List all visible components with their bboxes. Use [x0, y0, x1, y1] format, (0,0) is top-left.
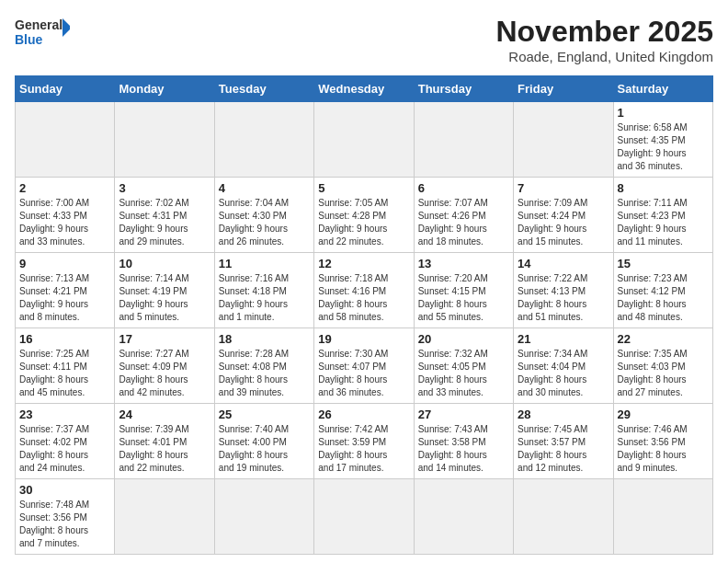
- calendar-cell: [115, 102, 214, 178]
- day-number: 22: [618, 332, 709, 346]
- day-number: 15: [618, 257, 709, 270]
- day-number: 11: [219, 257, 310, 270]
- sun-info: Sunrise: 7:02 AM Sunset: 4:31 PM Dayligh…: [119, 197, 210, 248]
- calendar-cell: 13Sunrise: 7:20 AM Sunset: 4:15 PM Dayli…: [414, 253, 513, 328]
- sun-info: Sunrise: 7:42 AM Sunset: 3:59 PM Dayligh…: [318, 423, 409, 475]
- calendar-cell: 23Sunrise: 7:37 AM Sunset: 4:02 PM Dayli…: [16, 404, 115, 479]
- day-number: 14: [518, 257, 609, 270]
- day-number: 12: [318, 257, 409, 270]
- calendar-cell: [414, 479, 513, 555]
- sun-info: Sunrise: 7:32 AM Sunset: 4:05 PM Dayligh…: [418, 348, 509, 399]
- calendar-cell: 4Sunrise: 7:04 AM Sunset: 4:30 PM Daylig…: [214, 178, 313, 253]
- week-row-4: 16Sunrise: 7:25 AM Sunset: 4:11 PM Dayli…: [16, 328, 713, 404]
- sun-info: Sunrise: 7:48 AM Sunset: 3:56 PM Dayligh…: [19, 499, 110, 550]
- calendar-title: November 2025: [495, 15, 713, 49]
- calendar-cell: [115, 479, 214, 555]
- calendar-cell: 10Sunrise: 7:14 AM Sunset: 4:19 PM Dayli…: [115, 253, 214, 328]
- header-thursday: Thursday: [414, 76, 513, 102]
- day-number: 18: [219, 332, 310, 346]
- header-wednesday: Wednesday: [314, 76, 414, 102]
- day-number: 30: [19, 483, 110, 497]
- sun-info: Sunrise: 7:18 AM Sunset: 4:16 PM Dayligh…: [318, 272, 409, 324]
- calendar-cell: 20Sunrise: 7:32 AM Sunset: 4:05 PM Dayli…: [414, 328, 513, 404]
- sun-info: Sunrise: 7:14 AM Sunset: 4:19 PM Dayligh…: [119, 272, 210, 324]
- day-number: 29: [618, 408, 709, 421]
- calendar-cell: 11Sunrise: 7:16 AM Sunset: 4:18 PM Dayli…: [214, 253, 313, 328]
- calendar-cell: 26Sunrise: 7:42 AM Sunset: 3:59 PM Dayli…: [314, 404, 414, 479]
- calendar-cell: [214, 102, 313, 178]
- day-number: 10: [119, 257, 210, 270]
- calendar-cell: 30Sunrise: 7:48 AM Sunset: 3:56 PM Dayli…: [16, 479, 115, 555]
- calendar-cell: [414, 102, 513, 178]
- sun-info: Sunrise: 7:30 AM Sunset: 4:07 PM Dayligh…: [318, 348, 409, 399]
- day-number: 25: [219, 408, 310, 421]
- day-number: 2: [19, 181, 110, 195]
- day-number: 16: [19, 332, 110, 346]
- calendar-cell: 5Sunrise: 7:05 AM Sunset: 4:28 PM Daylig…: [314, 178, 414, 253]
- day-number: 26: [318, 408, 409, 421]
- day-number: 21: [518, 332, 609, 346]
- calendar-cell: 25Sunrise: 7:40 AM Sunset: 4:00 PM Dayli…: [214, 404, 313, 479]
- sun-info: Sunrise: 7:27 AM Sunset: 4:09 PM Dayligh…: [119, 348, 210, 399]
- calendar-cell: 18Sunrise: 7:28 AM Sunset: 4:08 PM Dayli…: [214, 328, 313, 404]
- calendar-cell: 29Sunrise: 7:46 AM Sunset: 3:56 PM Dayli…: [613, 404, 712, 479]
- day-number: 28: [518, 408, 609, 421]
- calendar-cell: [16, 102, 115, 178]
- sun-info: Sunrise: 7:22 AM Sunset: 4:13 PM Dayligh…: [518, 272, 609, 324]
- calendar-cell: 16Sunrise: 7:25 AM Sunset: 4:11 PM Dayli…: [16, 328, 115, 404]
- sun-info: Sunrise: 7:00 AM Sunset: 4:33 PM Dayligh…: [19, 197, 110, 248]
- day-number: 3: [119, 181, 210, 195]
- sun-info: Sunrise: 7:25 AM Sunset: 4:11 PM Dayligh…: [19, 348, 110, 399]
- day-number: 13: [418, 257, 509, 270]
- sun-info: Sunrise: 7:34 AM Sunset: 4:04 PM Dayligh…: [518, 348, 609, 399]
- day-number: 4: [219, 181, 310, 195]
- location-subtitle: Roade, England, United Kingdom: [495, 49, 713, 64]
- day-number: 20: [418, 332, 509, 346]
- week-row-1: 1Sunrise: 6:58 AM Sunset: 4:35 PM Daylig…: [16, 102, 713, 178]
- sun-info: Sunrise: 7:37 AM Sunset: 4:02 PM Dayligh…: [19, 423, 110, 475]
- week-row-3: 9Sunrise: 7:13 AM Sunset: 4:21 PM Daylig…: [16, 253, 713, 328]
- day-number: 7: [518, 181, 609, 195]
- logo-svg: General Blue: [15, 15, 70, 52]
- sun-info: Sunrise: 7:05 AM Sunset: 4:28 PM Dayligh…: [318, 197, 409, 248]
- sun-info: Sunrise: 7:45 AM Sunset: 3:57 PM Dayligh…: [518, 423, 609, 475]
- calendar-cell: [314, 102, 414, 178]
- sun-info: Sunrise: 7:07 AM Sunset: 4:26 PM Dayligh…: [418, 197, 509, 248]
- header-row: Sunday Monday Tuesday Wednesday Thursday…: [16, 76, 713, 102]
- day-number: 27: [418, 408, 509, 421]
- week-row-6: 30Sunrise: 7:48 AM Sunset: 3:56 PM Dayli…: [16, 479, 713, 555]
- svg-marker-2: [63, 18, 70, 37]
- calendar-cell: [314, 479, 414, 555]
- header-sunday: Sunday: [16, 76, 115, 102]
- calendar-table: Sunday Monday Tuesday Wednesday Thursday…: [15, 75, 713, 555]
- calendar-cell: 8Sunrise: 7:11 AM Sunset: 4:23 PM Daylig…: [613, 178, 712, 253]
- calendar-cell: 21Sunrise: 7:34 AM Sunset: 4:04 PM Dayli…: [514, 328, 613, 404]
- sun-info: Sunrise: 7:35 AM Sunset: 4:03 PM Dayligh…: [618, 348, 709, 399]
- calendar-cell: 24Sunrise: 7:39 AM Sunset: 4:01 PM Dayli…: [115, 404, 214, 479]
- header-saturday: Saturday: [613, 76, 712, 102]
- day-number: 6: [418, 181, 509, 195]
- svg-text:General: General: [15, 17, 63, 32]
- calendar-cell: 14Sunrise: 7:22 AM Sunset: 4:13 PM Dayli…: [514, 253, 613, 328]
- calendar-cell: [214, 479, 313, 555]
- page-header: General Blue November 2025 Roade, Englan…: [15, 15, 713, 64]
- week-row-2: 2Sunrise: 7:00 AM Sunset: 4:33 PM Daylig…: [16, 178, 713, 253]
- calendar-cell: 1Sunrise: 6:58 AM Sunset: 4:35 PM Daylig…: [613, 102, 712, 178]
- sun-info: Sunrise: 7:23 AM Sunset: 4:12 PM Dayligh…: [618, 272, 709, 324]
- calendar-cell: 22Sunrise: 7:35 AM Sunset: 4:03 PM Dayli…: [613, 328, 712, 404]
- sun-info: Sunrise: 7:39 AM Sunset: 4:01 PM Dayligh…: [119, 423, 210, 475]
- calendar-cell: [613, 479, 712, 555]
- calendar-cell: 2Sunrise: 7:00 AM Sunset: 4:33 PM Daylig…: [16, 178, 115, 253]
- calendar-cell: [514, 479, 613, 555]
- calendar-cell: 19Sunrise: 7:30 AM Sunset: 4:07 PM Dayli…: [314, 328, 414, 404]
- day-number: 1: [618, 106, 709, 120]
- calendar-cell: 17Sunrise: 7:27 AM Sunset: 4:09 PM Dayli…: [115, 328, 214, 404]
- title-area: November 2025 Roade, England, United Kin…: [495, 15, 713, 64]
- calendar-cell: 28Sunrise: 7:45 AM Sunset: 3:57 PM Dayli…: [514, 404, 613, 479]
- svg-text:Blue: Blue: [15, 32, 43, 47]
- calendar-cell: 12Sunrise: 7:18 AM Sunset: 4:16 PM Dayli…: [314, 253, 414, 328]
- sun-info: Sunrise: 7:13 AM Sunset: 4:21 PM Dayligh…: [19, 272, 110, 324]
- calendar-cell: 27Sunrise: 7:43 AM Sunset: 3:58 PM Dayli…: [414, 404, 513, 479]
- day-number: 5: [318, 181, 409, 195]
- logo: General Blue: [15, 15, 70, 52]
